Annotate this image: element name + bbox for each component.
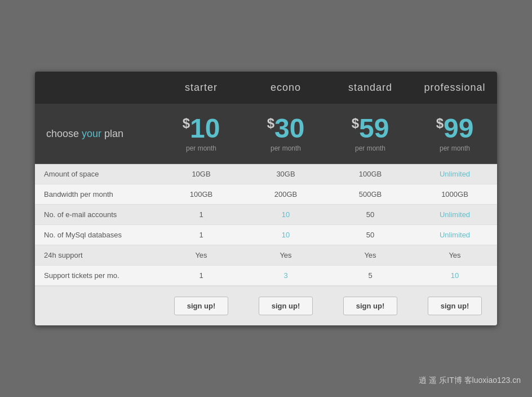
feature-value-1-0: 100GB xyxy=(159,184,243,204)
feature-value-1-2: 500GB xyxy=(328,184,413,204)
feature-value-0-1: 30GB xyxy=(243,164,328,184)
feature-value-5-2: 5 xyxy=(328,266,413,285)
feature-label-3: No. of MySql databases xyxy=(35,225,159,245)
signup-button-standard[interactable]: sign up! xyxy=(343,297,398,315)
feature-value-4-2: Yes xyxy=(328,245,413,265)
price-number-econo: 30 xyxy=(274,113,304,143)
signup-button-econo[interactable]: sign up! xyxy=(259,297,313,315)
signup-empty-cell xyxy=(35,297,159,315)
feature-row-4: 24h supportYesYesYesYes xyxy=(35,245,497,266)
plan-name-professional: professional xyxy=(413,82,497,94)
dollar-sign-professional: $ xyxy=(436,116,444,131)
feature-row-1: Bandwidth per month100GB200GB500GB1000GB xyxy=(35,184,497,205)
per-month-standard: per month xyxy=(355,144,385,152)
signup-button-starter[interactable]: sign up! xyxy=(174,297,229,315)
feature-value-3-0: 1 xyxy=(159,225,243,245)
feature-value-5-0: 1 xyxy=(159,266,243,285)
feature-value-0-0: 10GB xyxy=(159,164,243,184)
dollar-sign-starter: $ xyxy=(183,116,190,131)
feature-value-3-1: 10 xyxy=(243,225,328,245)
price-number-professional: 99 xyxy=(444,113,473,143)
feature-value-1-3: 1000GB xyxy=(413,184,497,204)
feature-value-4-0: Yes xyxy=(159,245,243,265)
header-empty-cell xyxy=(35,82,159,94)
feature-row-3: No. of MySql databases11050Unlimited xyxy=(35,225,497,245)
plan-name-starter: starter xyxy=(159,82,243,94)
signup-button-professional[interactable]: sign up! xyxy=(428,297,482,315)
per-month-econo: per month xyxy=(271,144,301,152)
price-amount-professional: $99 xyxy=(436,115,474,142)
your-text: your xyxy=(82,128,101,140)
price-cell-standard: $59 per month xyxy=(328,115,413,152)
feature-row-5: Support tickets per mo.13510 xyxy=(35,266,497,286)
feature-row-2: No. of e-mail accounts11050Unlimited xyxy=(35,205,497,225)
price-amount-standard: $59 xyxy=(352,115,389,142)
feature-label-5: Support tickets per mo. xyxy=(35,266,159,285)
feature-label-4: 24h support xyxy=(35,245,159,265)
plan-name-econo: econo xyxy=(243,82,328,94)
price-cell-econo: $30 per month xyxy=(243,115,328,152)
feature-value-1-1: 200GB xyxy=(243,184,328,204)
feature-value-2-1: 10 xyxy=(243,205,328,224)
feature-value-2-0: 1 xyxy=(159,205,243,224)
signup-cell-starter: sign up! xyxy=(159,297,243,315)
choose-text: choose xyxy=(46,128,79,140)
signup-cell-professional: sign up! xyxy=(413,297,497,315)
price-amount-starter: $10 xyxy=(183,115,220,142)
plan-text: plan xyxy=(104,128,123,140)
per-month-professional: per month xyxy=(440,144,470,152)
feature-value-0-3: Unlimited xyxy=(413,164,497,184)
feature-value-2-3: Unlimited xyxy=(413,205,497,224)
signup-cell-econo: sign up! xyxy=(243,297,328,315)
price-cell-starter: $10 per month xyxy=(159,115,243,152)
feature-value-5-1: 3 xyxy=(243,266,328,285)
dollar-sign-standard: $ xyxy=(352,116,359,131)
choose-your-plan-label: choose your plan xyxy=(35,115,159,152)
plan-name-standard: standard xyxy=(328,82,413,94)
feature-value-3-3: Unlimited xyxy=(413,225,497,245)
feature-value-5-3: 10 xyxy=(413,266,497,285)
signup-row: sign up! sign up! sign up! sign up! xyxy=(35,286,497,325)
feature-value-0-2: 100GB xyxy=(328,164,413,184)
price-row: choose your plan $10 per month $30 per m… xyxy=(35,104,497,164)
pricing-table: starter econo standard professional choo… xyxy=(35,72,497,325)
feature-label-1: Bandwidth per month xyxy=(35,184,159,204)
feature-value-2-2: 50 xyxy=(328,205,413,224)
feature-value-3-2: 50 xyxy=(328,225,413,245)
feature-label-0: Amount of space xyxy=(35,164,159,184)
price-amount-econo: $30 xyxy=(267,115,305,142)
header-row: starter econo standard professional xyxy=(35,72,497,104)
features-section: Amount of space10GB30GB100GBUnlimitedBan… xyxy=(35,164,497,286)
watermark: 逍 遥 乐IT博 客luoxiao123.cn xyxy=(419,376,521,386)
dollar-sign-econo: $ xyxy=(267,116,274,131)
per-month-starter: per month xyxy=(186,144,216,152)
feature-value-4-1: Yes xyxy=(243,245,328,265)
signup-cell-standard: sign up! xyxy=(328,297,413,315)
price-cell-professional: $99 per month xyxy=(413,115,497,152)
feature-row-0: Amount of space10GB30GB100GBUnlimited xyxy=(35,164,497,184)
feature-value-4-3: Yes xyxy=(413,245,497,265)
price-number-starter: 10 xyxy=(190,113,220,143)
feature-label-2: No. of e-mail accounts xyxy=(35,205,159,224)
price-number-standard: 59 xyxy=(359,113,389,143)
